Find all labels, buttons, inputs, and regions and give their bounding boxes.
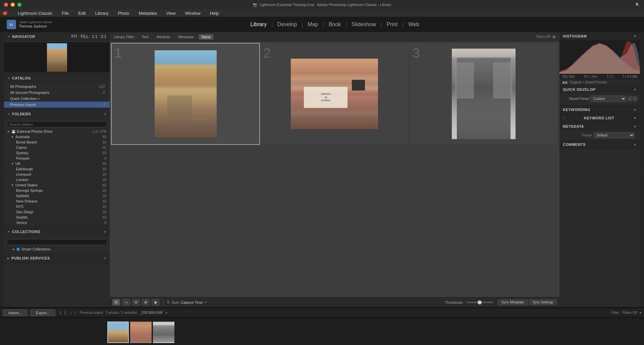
- live-view-btn[interactable]: ◉: [152, 299, 160, 305]
- sort-dropdown-icon[interactable]: ▾: [205, 301, 206, 304]
- module-slideshow[interactable]: Slideshow: [348, 20, 379, 29]
- compare-view-btn[interactable]: ⊟: [132, 299, 140, 305]
- maximize-button[interactable]: [17, 3, 21, 7]
- folder-cairns[interactable]: Cairns 10: [4, 145, 110, 150]
- menu-library[interactable]: Library: [93, 10, 111, 16]
- folder-liverpool[interactable]: Liverpool 10: [4, 172, 110, 177]
- folder-pompeii[interactable]: Pompeii 4: [4, 156, 110, 161]
- sync-metadata-btn[interactable]: Sync Metadata: [498, 299, 528, 305]
- survey-view-btn[interactable]: ⊞: [142, 299, 150, 305]
- filter-attribute-btn[interactable]: Attribute: [154, 34, 173, 40]
- filmstrip-photo-2[interactable]: [130, 322, 152, 343]
- filmstrip-photo-3[interactable]: [153, 322, 174, 343]
- import-button[interactable]: Import...: [3, 309, 28, 316]
- folder-borrego[interactable]: Borrego Springs 10: [4, 188, 110, 193]
- qd-prev-btn[interactable]: ‹: [628, 96, 632, 101]
- filter-none-btn[interactable]: None: [199, 34, 213, 40]
- folder-uk[interactable]: ▼ UK 30: [4, 161, 110, 166]
- menu-photo[interactable]: Photo: [116, 10, 131, 16]
- collections-search-input[interactable]: [7, 239, 107, 245]
- module-map[interactable]: Map: [304, 20, 321, 29]
- window-controls[interactable]: [4, 3, 21, 7]
- folder-edinburgh[interactable]: Edinburgh 10: [4, 166, 110, 172]
- menu-file[interactable]: File: [60, 10, 71, 16]
- publish-header[interactable]: ▶ Publish Services +: [4, 253, 110, 263]
- catalog-item-synced[interactable]: All Synced Photographs 0: [4, 90, 110, 96]
- menu-app[interactable]: Lightroom Classic: [16, 10, 54, 16]
- minimize-button[interactable]: [11, 3, 15, 7]
- catalog-item-quick-collection[interactable]: Quick Collection +: [4, 96, 110, 102]
- comments-header[interactable]: Comments ▼: [559, 140, 640, 149]
- nav-1-1[interactable]: 1:1: [92, 34, 98, 39]
- folder-new-orleans[interactable]: New Orleans 10: [4, 198, 110, 204]
- menu-edit[interactable]: Edit: [76, 10, 88, 16]
- module-library[interactable]: Library: [247, 20, 270, 29]
- loupe-view-btn[interactable]: ▭: [122, 299, 130, 305]
- metadata-header[interactable]: Metadata ▼: [559, 122, 640, 130]
- md-preset-select[interactable]: Default: [594, 132, 635, 138]
- thumbnail-slider[interactable]: [466, 302, 493, 303]
- folder-seattle[interactable]: Seattle 10: [4, 215, 110, 220]
- right-panel-collapse[interactable]: ›: [640, 32, 644, 307]
- page-indicator-1[interactable]: 1: [59, 311, 61, 315]
- film-dropdown[interactable]: ▾: [166, 311, 167, 314]
- catalog-item-previous-import[interactable]: Previous Import 3: [4, 102, 110, 108]
- folder-idyllwild[interactable]: Idyllwild 10: [4, 193, 110, 198]
- module-web[interactable]: Web: [405, 20, 423, 29]
- grid-cell-2[interactable]: 2 PARROCVAIN BRAC: [261, 44, 408, 144]
- film-next-icon[interactable]: ▷: [74, 311, 77, 314]
- module-develop[interactable]: Develop: [274, 20, 301, 29]
- keyword-list-header[interactable]: + Keyword List ▼: [559, 114, 640, 122]
- publish-add[interactable]: +: [104, 255, 106, 261]
- nav-fit[interactable]: FIT: [71, 34, 77, 39]
- sort-value[interactable]: Capture Time: [180, 300, 203, 304]
- folder-nyc[interactable]: NYC 10: [4, 204, 110, 209]
- close-button[interactable]: [4, 3, 8, 7]
- folder-san-diego[interactable]: San Diego 10: [4, 209, 110, 215]
- folder-australia[interactable]: ▼ Australia 40: [4, 134, 110, 139]
- smart-collections-item[interactable]: ▶ 🔷 Smart Collections: [4, 246, 110, 252]
- publish-section: ▶ Publish Services +: [4, 253, 110, 263]
- nav-3-1[interactable]: 3:1: [101, 34, 106, 39]
- page-indicator-2[interactable]: 2: [64, 311, 66, 315]
- qd-preset-select[interactable]: Custom: [590, 96, 626, 102]
- folders-header[interactable]: ▼ Folders +: [4, 109, 110, 119]
- folder-sydney[interactable]: Sydney 20: [4, 150, 110, 156]
- left-panel-collapse[interactable]: ‹: [0, 32, 4, 307]
- grid-view-btn[interactable]: ⊞: [112, 299, 120, 305]
- folder-london[interactable]: London 10: [4, 177, 110, 182]
- keywording-header[interactable]: Keywording ▼: [559, 106, 640, 114]
- collections-add[interactable]: +: [104, 229, 106, 234]
- filter-status-icon[interactable]: ▾: [640, 311, 641, 314]
- histogram-header[interactable]: Histogram ▼: [559, 32, 640, 40]
- grid-cell-3[interactable]: 3: [410, 44, 557, 144]
- menu-view[interactable]: View: [164, 10, 178, 16]
- film-prev-icon[interactable]: ◁: [69, 311, 72, 314]
- nav-fill[interactable]: FILL: [80, 34, 89, 39]
- folders-add[interactable]: +: [104, 111, 106, 117]
- sync-settings-btn[interactable]: Sync Settings: [529, 299, 557, 305]
- navigator-header[interactable]: ▼ Navigator FIT | FILL | 1:1 | 3:1: [4, 32, 110, 41]
- menu-metadata[interactable]: Metadata: [137, 10, 159, 16]
- folder-bondi[interactable]: Bondi Beach 10: [4, 139, 110, 145]
- folder-us[interactable]: ▼ United States 60: [4, 182, 110, 188]
- folder-venice[interactable]: Venice 3: [4, 220, 110, 225]
- module-book[interactable]: Book: [325, 20, 344, 29]
- export-button[interactable]: Export...: [30, 309, 55, 316]
- filmstrip-photo-1[interactable]: [107, 322, 129, 343]
- folder-search-input[interactable]: [7, 121, 107, 127]
- grid-cell-1[interactable]: 1: [112, 44, 259, 144]
- catalog-header[interactable]: ▼ Catalog: [4, 74, 110, 82]
- catalog-item-all-photos[interactable]: All Photographs 137: [4, 83, 110, 90]
- quick-develop-header[interactable]: Quick Develop ▼: [559, 85, 640, 94]
- filter-text-btn[interactable]: Text: [139, 34, 151, 40]
- photo-alley: [452, 49, 516, 139]
- slider-thumb[interactable]: [478, 300, 482, 304]
- collections-header[interactable]: ▼ Collections +: [4, 227, 110, 236]
- menu-help[interactable]: Help: [208, 10, 221, 16]
- module-print[interactable]: Print: [383, 20, 401, 29]
- filter-metadata-btn[interactable]: Metadata: [175, 34, 196, 40]
- menu-window[interactable]: Window: [183, 10, 203, 16]
- folder-drive[interactable]: ▼ 💾 External Photos Drive 1.6 / 2TB: [4, 129, 110, 134]
- qd-next-btn[interactable]: ›: [633, 96, 637, 101]
